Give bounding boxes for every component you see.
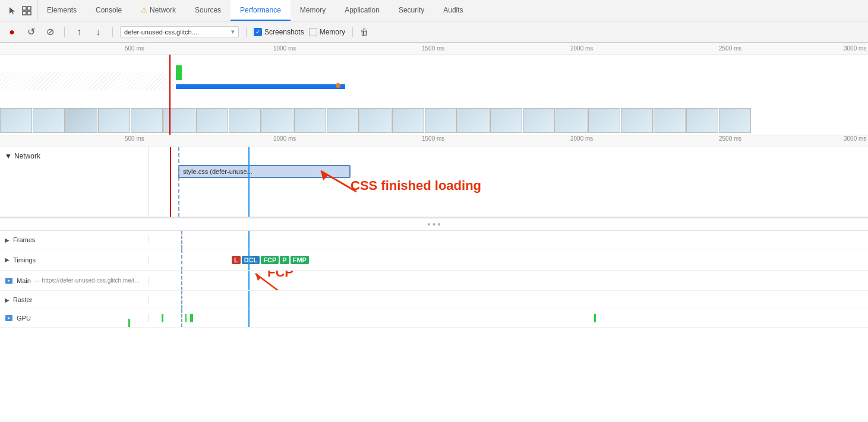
raster-expand-icon[interactable]: ▶ (5, 297, 10, 303)
track-frames: ▶ Frames (0, 231, 868, 249)
tab-application[interactable]: Application (335, 0, 389, 21)
main-label[interactable]: Main — https://defer-unused-css.glitch.m… (0, 277, 149, 285)
divider4 (352, 27, 353, 37)
timeline-ruler-top: 500 ms 1000 ms 1500 ms 2000 ms 2500 ms 3… (0, 43, 868, 55)
gpu-tick-2 (185, 314, 187, 322)
network-expand-icon[interactable]: ▼ (5, 152, 12, 160)
track-raster: ▶ Raster (0, 291, 868, 309)
track-gpu: GPU (0, 309, 868, 328)
timeline-lower: 500 ms 1000 ms 1500 ms 2000 ms 2500 ms 3… (0, 135, 868, 422)
tick-500ms: 500 ms (125, 45, 144, 52)
tick-1500ms: 1500 ms (422, 45, 444, 52)
tab-performance[interactable]: Performance (231, 0, 291, 21)
svg-rect-3 (27, 11, 31, 15)
dots-separator: • • • (0, 218, 868, 231)
network-dashed-line (178, 147, 179, 217)
green-bar (176, 65, 182, 80)
tab-security[interactable]: Security (389, 0, 434, 21)
reload-button[interactable]: ↺ (24, 25, 38, 39)
gpu-label-text: GPU (17, 315, 31, 322)
timings-expand-icon[interactable]: ▶ (5, 256, 10, 263)
screenshots-checkbox-wrapper[interactable]: ✓ Screenshots (254, 28, 304, 36)
badge-l[interactable]: L (232, 256, 241, 264)
lower-tick-1000ms: 1000 ms (273, 135, 296, 142)
timeline-tracks: ▶ Frames ▶ Timings (0, 231, 868, 422)
network-chart-area: style.css (defer-unuse... CSS finished l… (149, 147, 868, 217)
frames-content (149, 231, 868, 249)
lower-tick-1500ms: 1500 ms (422, 135, 444, 142)
badge-dcl[interactable]: DCL (242, 256, 260, 264)
tab-bar: Elements Console ⚠ Network Sources Perfo… (0, 0, 868, 21)
download-button[interactable]: ↓ (91, 25, 105, 39)
main-label-text: Main (17, 277, 31, 284)
tab-memory[interactable]: Memory (291, 0, 335, 21)
timeline-overview[interactable]: 500 ms 1000 ms 1500 ms 2000 ms 2500 ms 3… (0, 43, 868, 135)
css-file-label: style.css (defer-unuse... (183, 168, 252, 175)
dropdown-arrow-icon: ▾ (231, 28, 235, 36)
tick-3000ms: 3000 ms (844, 45, 866, 52)
main-dashed-line (181, 271, 182, 290)
screenshots-checkbox[interactable]: ✓ (254, 28, 262, 36)
track-main: Main — https://defer-unused-css.glitch.m… (0, 271, 868, 291)
lower-tick-500ms: 500 ms (125, 135, 144, 142)
url-display[interactable]: defer-unused-css.glitch.... ▾ (120, 26, 239, 37)
divider3 (246, 27, 247, 37)
css-file-bar[interactable]: style.css (defer-unuse... (178, 165, 351, 178)
tab-audits[interactable]: Audits (434, 0, 472, 21)
gpu-tick-4 (594, 314, 596, 322)
raster-content (149, 291, 868, 309)
timings-blue-cursor (248, 249, 250, 270)
badge-p[interactable]: P (280, 256, 289, 264)
gpu-tick-1 (162, 314, 163, 322)
toolbar: ● ↺ ⊘ ↑ ↓ defer-unused-css.glitch.... ▾ … (0, 21, 868, 43)
loading-dot (336, 83, 340, 88)
badge-fmp[interactable]: FMP (291, 256, 309, 264)
gpu-icon (5, 314, 13, 322)
inspect-icon[interactable] (21, 5, 32, 16)
red-timeline-marker (169, 55, 171, 135)
timings-content: L DCL FCP P FMP (149, 249, 868, 270)
raster-blue-cursor (248, 291, 250, 309)
frames-blue-cursor (248, 231, 250, 249)
badge-fcp[interactable]: FCP (261, 256, 279, 264)
network-red-line (170, 147, 171, 217)
devtools-icons (2, 0, 37, 21)
gpu-tick-label (128, 319, 130, 327)
record-button[interactable]: ● (5, 25, 19, 39)
timings-label-text: Timings (13, 256, 36, 264)
network-blue-cursor (248, 147, 250, 217)
lower-tick-2500ms: 2500 ms (719, 135, 741, 142)
timing-badges-group: L DCL FCP P FMP (232, 256, 310, 264)
main-content: 500 ms 1000 ms 1500 ms 2000 ms 2500 ms 3… (0, 43, 868, 422)
divider2 (112, 27, 113, 37)
cursor-icon[interactable] (7, 5, 18, 16)
main-content: FCP (149, 271, 868, 290)
frames-dashed-line (181, 231, 182, 249)
gpu-dashed-line (181, 309, 182, 327)
tab-elements[interactable]: Elements (37, 0, 86, 21)
css-loading-annotation: CSS finished loading (297, 147, 535, 217)
frames-label[interactable]: ▶ Frames (0, 236, 149, 243)
raster-dashed-line (181, 291, 182, 309)
raster-label[interactable]: ▶ Raster (0, 296, 149, 303)
gpu-content (149, 309, 868, 327)
tab-network[interactable]: ⚠ Network (131, 0, 185, 21)
svg-rect-1 (27, 7, 31, 10)
timeline-lower-ruler: 500 ms 1000 ms 1500 ms 2000 ms 2500 ms 3… (0, 135, 868, 147)
gpu-tick-3 (190, 314, 193, 322)
tick-1000ms: 1000 ms (273, 45, 296, 52)
frames-expand-icon[interactable]: ▶ (5, 237, 10, 243)
gpu-label[interactable]: GPU (0, 314, 149, 322)
loading-bar (176, 84, 345, 89)
tab-console[interactable]: Console (86, 0, 131, 21)
memory-checkbox-wrapper[interactable]: Memory (309, 28, 345, 36)
memory-checkbox[interactable] (309, 28, 317, 36)
upload-button[interactable]: ↑ (72, 25, 86, 39)
clear-button[interactable]: 🗑 (360, 27, 368, 37)
timings-label[interactable]: ▶ Timings (0, 256, 149, 264)
main-icon (5, 277, 13, 285)
lower-tick-3000ms: 3000 ms (844, 135, 866, 142)
tab-sources[interactable]: Sources (185, 0, 231, 21)
stop-button[interactable]: ⊘ (43, 25, 57, 39)
timeline-canvas[interactable] (0, 55, 868, 135)
